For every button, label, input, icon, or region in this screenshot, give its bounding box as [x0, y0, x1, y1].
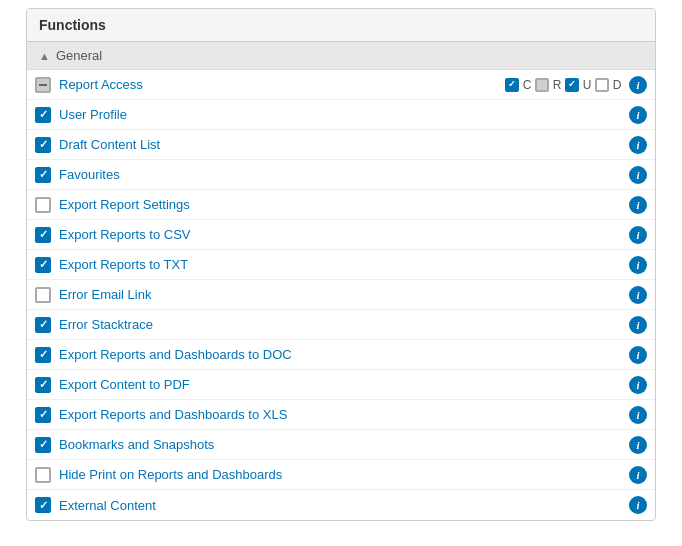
crud-checkbox-d-report-access[interactable] [595, 78, 609, 92]
label-export-reports-dashboards-xls: Export Reports and Dashboards to XLS [59, 407, 629, 422]
row-export-content-pdf: Export Content to PDFi [27, 370, 655, 400]
row-export-reports-csv: Export Reports to CSVi [27, 220, 655, 250]
section-header-general[interactable]: ▲ General [27, 42, 655, 70]
row-export-reports-txt: Export Reports to TXTi [27, 250, 655, 280]
label-report-access: Report Access [59, 77, 505, 92]
checkbox-error-stacktrace[interactable] [35, 317, 51, 333]
label-error-stacktrace: Error Stacktrace [59, 317, 629, 332]
info-button-favourites[interactable]: i [629, 166, 647, 184]
checkbox-bookmarks-snapshots[interactable] [35, 437, 51, 453]
crud-letter-r: R [551, 78, 563, 92]
crud-group-report-access: CRUD [505, 78, 623, 92]
row-error-stacktrace: Error Stacktracei [27, 310, 655, 340]
label-export-reports-txt: Export Reports to TXT [59, 257, 629, 272]
info-button-export-reports-csv[interactable]: i [629, 226, 647, 244]
info-button-export-content-pdf[interactable]: i [629, 376, 647, 394]
checkbox-favourites[interactable] [35, 167, 51, 183]
checkbox-export-reports-csv[interactable] [35, 227, 51, 243]
checkbox-error-email-link[interactable] [35, 287, 51, 303]
info-button-error-email-link[interactable]: i [629, 286, 647, 304]
row-hide-print-reports-dashboards: Hide Print on Reports and Dashboardsi [27, 460, 655, 490]
crud-checkbox-r-report-access[interactable] [535, 78, 549, 92]
checkbox-export-content-pdf[interactable] [35, 377, 51, 393]
checkbox-export-reports-dashboards-doc[interactable] [35, 347, 51, 363]
row-external-content: External Contenti [27, 490, 655, 520]
row-report-access: Report AccessCRUDi [27, 70, 655, 100]
row-user-profile: User Profilei [27, 100, 655, 130]
label-bookmarks-snapshots: Bookmarks and Snapshots [59, 437, 629, 452]
row-export-reports-dashboards-xls: Export Reports and Dashboards to XLSi [27, 400, 655, 430]
info-button-external-content[interactable]: i [629, 496, 647, 514]
checkbox-export-reports-txt[interactable] [35, 257, 51, 273]
checkbox-export-reports-dashboards-xls[interactable] [35, 407, 51, 423]
row-draft-content-list: Draft Content Listi [27, 130, 655, 160]
label-user-profile: User Profile [59, 107, 629, 122]
checkbox-user-profile[interactable] [35, 107, 51, 123]
label-export-reports-dashboards-doc: Export Reports and Dashboards to DOC [59, 347, 629, 362]
row-error-email-link: Error Email Linki [27, 280, 655, 310]
info-button-export-report-settings[interactable]: i [629, 196, 647, 214]
info-button-user-profile[interactable]: i [629, 106, 647, 124]
info-button-report-access[interactable]: i [629, 76, 647, 94]
info-button-hide-print-reports-dashboards[interactable]: i [629, 466, 647, 484]
chevron-up-icon: ▲ [39, 50, 50, 62]
functions-panel: Functions ▲ General Report AccessCRUDiUs… [26, 8, 656, 521]
label-export-reports-csv: Export Reports to CSV [59, 227, 629, 242]
info-button-export-reports-dashboards-xls[interactable]: i [629, 406, 647, 424]
row-bookmarks-snapshots: Bookmarks and Snapshotsi [27, 430, 655, 460]
info-button-error-stacktrace[interactable]: i [629, 316, 647, 334]
section-label: General [56, 48, 102, 63]
row-export-reports-dashboards-doc: Export Reports and Dashboards to DOCi [27, 340, 655, 370]
label-external-content: External Content [59, 498, 629, 513]
checkbox-draft-content-list[interactable] [35, 137, 51, 153]
label-export-content-pdf: Export Content to PDF [59, 377, 629, 392]
crud-letter-d: D [611, 78, 623, 92]
row-export-report-settings: Export Report Settingsi [27, 190, 655, 220]
info-button-bookmarks-snapshots[interactable]: i [629, 436, 647, 454]
label-export-report-settings: Export Report Settings [59, 197, 629, 212]
checkbox-export-report-settings[interactable] [35, 197, 51, 213]
label-hide-print-reports-dashboards: Hide Print on Reports and Dashboards [59, 467, 629, 482]
info-button-export-reports-dashboards-doc[interactable]: i [629, 346, 647, 364]
crud-checkbox-u-report-access[interactable] [565, 78, 579, 92]
panel-title: Functions [27, 9, 655, 42]
label-error-email-link: Error Email Link [59, 287, 629, 302]
checkbox-external-content[interactable] [35, 497, 51, 513]
row-favourites: Favouritesi [27, 160, 655, 190]
crud-checkbox-c-report-access[interactable] [505, 78, 519, 92]
checkbox-report-access[interactable] [35, 77, 51, 93]
label-draft-content-list: Draft Content List [59, 137, 629, 152]
rows-container: Report AccessCRUDiUser ProfileiDraft Con… [27, 70, 655, 520]
crud-letter-u: U [581, 78, 593, 92]
info-button-draft-content-list[interactable]: i [629, 136, 647, 154]
label-favourites: Favourites [59, 167, 629, 182]
checkbox-hide-print-reports-dashboards[interactable] [35, 467, 51, 483]
info-button-export-reports-txt[interactable]: i [629, 256, 647, 274]
crud-letter-c: C [521, 78, 533, 92]
